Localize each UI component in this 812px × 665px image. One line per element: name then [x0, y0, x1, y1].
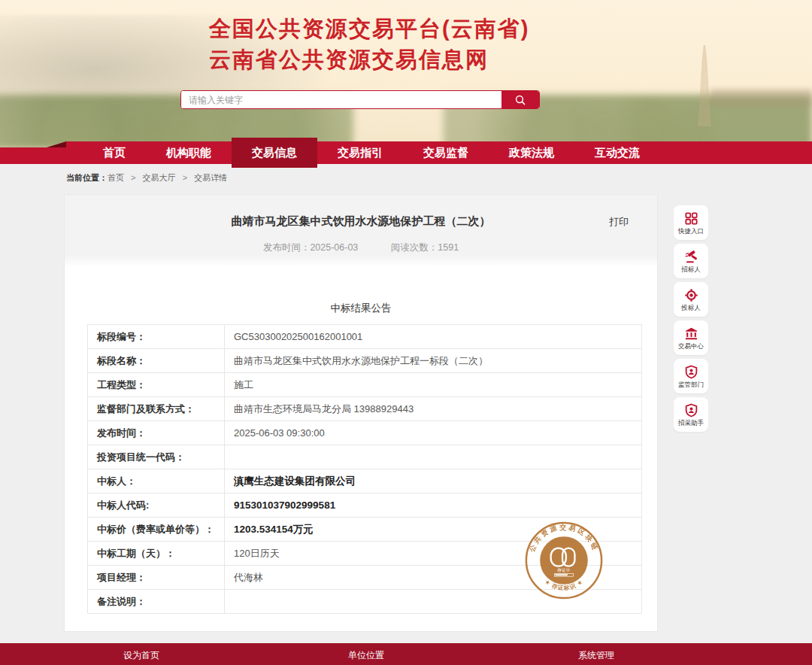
row-value: 施工 — [225, 373, 642, 397]
target-icon — [684, 288, 698, 302]
site-title-line1: 全国公共资源交易平台(云南省) — [209, 14, 529, 44]
shield-user-icon — [684, 403, 698, 418]
row-label: 项目经理： — [88, 566, 225, 590]
article-meta: 发布时间：2025-06-03 阅读次数：1591 — [65, 241, 657, 254]
row-label: 中标工期（天）： — [88, 542, 225, 566]
publish-time: 发布时间：2025-06-03 — [263, 242, 358, 253]
row-label: 工程类型： — [88, 373, 225, 397]
breadcrumb: 当前位置：首页 > 交易大厅 > 交易详情 — [66, 172, 227, 184]
nav-item[interactable]: 交易监督 — [403, 141, 489, 164]
main-nav: 首页 机构职能 交易信息 交易指引 交易监督 政策法规 互动交流 — [83, 141, 660, 164]
sidebar-item-label: 投标人 — [681, 304, 701, 311]
building-decoration — [710, 89, 812, 107]
table-row: 投资项目统一代码： — [88, 445, 642, 469]
row-label: 中标人代码: — [88, 493, 225, 518]
site-title: 全国公共资源交易平台(云南省) 云南省公共资源交易信息网 — [209, 14, 529, 75]
row-value — [225, 445, 642, 469]
row-value: GC530300202500162001001 — [225, 325, 642, 349]
sidebar-item-quick-entry[interactable]: 快捷入口 — [674, 205, 708, 240]
bank-icon — [684, 326, 698, 341]
sidebar-item-label: 招标人 — [681, 266, 701, 273]
row-label: 发布时间： — [88, 421, 225, 445]
nav-item[interactable]: 交易指引 — [317, 141, 403, 164]
row-label: 标段编号： — [88, 325, 225, 349]
breadcrumb-home[interactable]: 首页 — [108, 173, 124, 182]
nav-item[interactable]: 政策法规 — [489, 141, 574, 164]
table-row: 中标人代码: 915301037902999581 — [88, 493, 642, 518]
blockchain-seal: 公共资源交易区块链 ★ 存证标识 ★ 存证中 — [524, 521, 604, 600]
breadcrumb-prefix: 当前位置： — [66, 173, 108, 182]
shield-user-icon — [684, 365, 698, 379]
row-value: 曲靖市生态环境局马龙分局 13988929443 — [225, 397, 642, 421]
row-label: 监督部门及联系方式： — [88, 397, 225, 421]
row-label: 中标人： — [88, 469, 225, 493]
sidebar-item-label: 招采助手 — [678, 419, 704, 427]
breadcrumb-trade-detail[interactable]: 交易详情 — [194, 173, 227, 182]
row-label: 中标价（费率或单价等）： — [88, 518, 225, 542]
gavel-icon — [684, 250, 698, 264]
article-header: 曲靖市马龙区集中式饮用水水源地保护工程（二次） 打印 发布时间：2025-06-… — [65, 195, 657, 267]
print-button[interactable]: 打印 — [609, 215, 629, 229]
table-row: 标段名称： 曲靖市马龙区集中式饮用水水源地保护工程一标段（二次） — [88, 349, 642, 373]
row-label: 备注说明： — [88, 590, 225, 614]
breadcrumb-trade-hall[interactable]: 交易大厅 — [143, 173, 176, 182]
search-icon — [514, 94, 526, 106]
row-value: 915301037902999581 — [225, 493, 642, 518]
nav-item[interactable]: 首页 — [83, 141, 146, 164]
quick-access-sidebar: 快捷入口 招标人 投标人 — [674, 205, 708, 436]
sidebar-item-supervision[interactable]: 监管部门 — [674, 359, 708, 393]
table-row: 中标人： 滇鹰生态建设集团有限公司 — [88, 469, 642, 493]
table-row: 发布时间： 2025-06-03 09:30:00 — [88, 421, 642, 445]
seal-progress-fill — [555, 574, 567, 575]
page: 全国公共资源交易平台(云南省) 云南省公共资源交易信息网 首页 机构职能 交易信… — [0, 0, 812, 665]
sidebar-item-tenderer[interactable]: 招标人 — [674, 244, 708, 278]
nav-item[interactable]: 互动交流 — [574, 141, 660, 164]
table-row: 标段编号： GC530300202500162001001 — [88, 325, 642, 349]
footer-unit-location[interactable]: 单位位置 — [348, 649, 384, 662]
nav-item[interactable]: 交易信息 — [232, 138, 317, 168]
sidebar-item-trade-center[interactable]: 交易中心 — [674, 320, 708, 355]
sidebar-item-label: 监管部门 — [678, 381, 704, 388]
table-row: 工程类型： 施工 — [88, 373, 642, 397]
footer-system-management[interactable]: 系统管理 — [578, 649, 614, 662]
breadcrumb-separator: > — [183, 173, 187, 182]
read-count: 阅读次数：1591 — [391, 242, 459, 253]
row-value: 滇鹰生态建设集团有限公司 — [225, 469, 642, 493]
row-value: 曲靖市马龙区集中式饮用水水源地保护工程一标段（二次） — [225, 349, 642, 373]
site-title-line2: 云南省公共资源交易信息网 — [209, 44, 529, 75]
search-input[interactable] — [181, 91, 501, 108]
table-row: 监督部门及联系方式： 曲靖市生态环境局马龙分局 13988929443 — [88, 397, 642, 421]
nav-item[interactable]: 机构职能 — [146, 141, 232, 164]
seal-status-text: 存证中 — [557, 568, 570, 572]
search-button[interactable] — [501, 91, 539, 108]
search-bar — [180, 90, 540, 109]
footer-set-homepage[interactable]: 设为首页 — [123, 649, 159, 662]
sidebar-item-procurement-assistant[interactable]: 招采助手 — [674, 397, 708, 432]
sidebar-item-label: 快捷入口 — [678, 227, 704, 235]
grid-icon — [684, 211, 698, 226]
row-label: 投资项目统一代码： — [88, 445, 225, 469]
row-label: 标段名称： — [88, 349, 225, 373]
header-banner: 全国公共资源交易平台(云南省) 云南省公共资源交易信息网 — [0, 0, 812, 147]
footer: 设为首页 单位位置 系统管理 — [0, 643, 812, 665]
sidebar-item-label: 交易中心 — [678, 342, 704, 350]
article-title: 曲靖市马龙区集中式饮用水水源地保护工程（二次） — [65, 195, 657, 229]
sidebar-item-bidder[interactable]: 投标人 — [674, 282, 708, 317]
section-title: 中标结果公告 — [65, 302, 657, 315]
breadcrumb-separator: > — [131, 173, 135, 182]
row-value: 2025-06-03 09:30:00 — [225, 421, 642, 445]
